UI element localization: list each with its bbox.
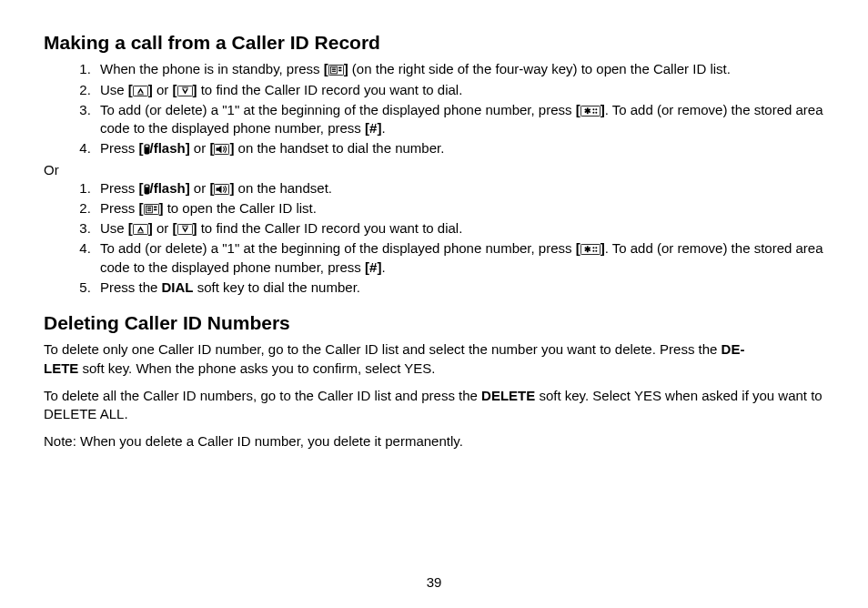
text: to find the Caller ID record you want to… <box>197 220 463 236</box>
list-item: To add (or delete) a "1" at the beginnin… <box>95 101 824 138</box>
pound-key: [#] <box>365 259 381 275</box>
text: Use <box>100 220 128 236</box>
heading-making-call: Making a call from a Caller ID Record <box>44 31 824 55</box>
text: Press the <box>100 279 162 295</box>
heading-deleting: Deleting Caller ID Numbers <box>44 311 824 335</box>
text: Press <box>100 200 139 216</box>
text: on the handset. <box>234 180 332 196</box>
text: (on the right side of the four-way key) … <box>348 61 731 76</box>
flash-key-label: /flash <box>150 140 186 156</box>
list-a: When the phone is in standby, press [] (… <box>44 60 824 157</box>
text: . <box>381 120 385 136</box>
dial-key: DIAL <box>162 279 194 295</box>
text: soft key. When the phone asks you to con… <box>78 360 435 376</box>
list-item: Press [/flash] or [] on the handset. <box>95 179 824 198</box>
star-icon <box>580 244 601 255</box>
list-item: Use [] or [] to find the Caller ID recor… <box>95 219 824 238</box>
speaker-icon <box>214 184 229 195</box>
text: To add (or delete) a "1" at the beginnin… <box>100 240 576 256</box>
paragraph: To delete all the Caller ID numbers, go … <box>44 387 824 424</box>
cid-icon <box>328 65 344 76</box>
delete-key: DELETE <box>481 388 535 403</box>
pound-key: [#] <box>365 120 381 136</box>
up-icon <box>133 86 148 96</box>
flash-icon <box>144 184 150 195</box>
page-number: 39 <box>0 574 868 590</box>
text: When the phone is in standby, press <box>100 61 324 76</box>
paragraph: To delete only one Caller ID number, go … <box>44 340 824 378</box>
text: or <box>190 140 210 156</box>
text: Press <box>100 140 139 156</box>
text: Use <box>100 82 128 97</box>
down-icon <box>177 86 193 96</box>
cid-icon <box>144 204 159 215</box>
flash-key-label: /flash <box>150 180 186 196</box>
or-separator: Or <box>44 162 824 177</box>
text: to open the Caller ID list. <box>164 200 317 216</box>
list-item: When the phone is in standby, press [] (… <box>95 60 824 78</box>
text: To add (or delete) a "1" at the beginnin… <box>100 102 576 117</box>
paragraph: Note: When you delete a Caller ID number… <box>44 432 824 451</box>
star-icon <box>580 106 601 117</box>
list-item: To add (or delete) a "1" at the beginnin… <box>95 239 824 277</box>
text: on the handset to dial the number. <box>234 140 444 156</box>
speaker-icon <box>214 144 229 155</box>
text: To delete all the Caller ID numbers, go … <box>44 388 481 403</box>
text: To delete only one Caller ID number, go … <box>44 341 722 357</box>
list-item: Press [] to open the Caller ID list. <box>95 199 824 218</box>
text: soft key to dial the number. <box>194 279 360 295</box>
text: Press <box>100 180 139 196</box>
down-icon <box>177 224 193 235</box>
list-item: Press the DIAL soft key to dial the numb… <box>95 279 824 297</box>
list-item: Use [] or [] to find the Caller ID recor… <box>95 81 824 99</box>
flash-icon <box>144 144 150 155</box>
list-b: Press [/flash] or [] on the handset. Pre… <box>44 179 824 298</box>
up-icon <box>133 224 148 235</box>
text: . <box>381 259 385 275</box>
text: or <box>153 82 173 97</box>
text: to find the Caller ID record you want to… <box>197 82 463 97</box>
text: or <box>153 220 173 236</box>
list-item: Press [/flash] or [] on the handset to d… <box>95 139 824 157</box>
text: or <box>190 180 210 196</box>
